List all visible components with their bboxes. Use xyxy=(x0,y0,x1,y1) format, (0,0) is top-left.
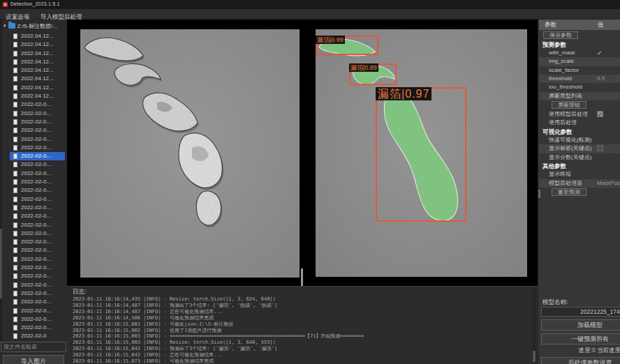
tree-item-label: 2022-02-0... xyxy=(21,213,51,219)
param-row[interactable]: threshold0.5 xyxy=(539,75,620,83)
tree-item[interactable]: 2022-02-0... xyxy=(0,144,65,152)
original-micrograph-image xyxy=(80,29,300,278)
tree-item[interactable]: 2022-02-0... xyxy=(0,169,65,178)
param-row[interactable]: img_scale xyxy=(539,57,620,66)
tree-item[interactable]: 2022.04.12... xyxy=(0,84,65,92)
param-row[interactable]: 显示分数(关键点) xyxy=(539,153,620,162)
tree-item[interactable]: 2022-02-0... xyxy=(0,315,65,324)
window-title: Detection_2023.1.5.1 xyxy=(10,1,60,6)
tree-item[interactable]: 2022.04.12... xyxy=(0,32,65,40)
tree-item-label: 2022-02-0... xyxy=(21,238,51,245)
tree-item[interactable]: 2022-02-0... xyxy=(0,160,65,169)
tree-item[interactable]: 2022-02-0... xyxy=(0,118,65,126)
param-column-header: 参数 xyxy=(545,20,556,30)
param-row[interactable]: with_mask✓ xyxy=(539,49,620,57)
param-row[interactable]: 显示终端 xyxy=(539,170,620,179)
tree-item[interactable]: 2022-02-0... xyxy=(0,126,65,135)
tree-item-label: 2022-02-0... xyxy=(21,273,51,279)
tree-item-label: 2022.04.12... xyxy=(21,50,54,56)
tree-item[interactable]: 2022-02-0... xyxy=(0,195,65,204)
tree-item[interactable]: 2022-02-0... xyxy=(0,246,65,255)
tree-item[interactable]: 2022.04.12... xyxy=(0,75,65,83)
tree-item[interactable]: 2022-02-0... xyxy=(0,204,65,212)
param-label: 模型后处理器 xyxy=(549,179,582,188)
param-button[interactable]: 屏蔽按钮 xyxy=(552,101,586,109)
tree-item[interactable]: 2022-02-0... xyxy=(0,264,65,272)
file-icon xyxy=(13,102,17,107)
param-row[interactable]: 快速可视化(检测) xyxy=(539,136,620,144)
tree-item-label: 2022.04.12... xyxy=(21,67,54,73)
tree-item[interactable]: 2022.04.12... xyxy=(0,92,65,100)
tree-item[interactable]: 2022-02-0... xyxy=(0,298,65,306)
tree-item[interactable]: 2022-02-0... xyxy=(0,212,65,220)
tree-item[interactable]: 2022.04.12... xyxy=(0,58,65,66)
splitter-handle[interactable] xyxy=(301,268,303,286)
title-bar: Detection_2023.1.5.1 xyxy=(0,0,620,9)
folder-icon xyxy=(8,23,15,29)
detection-label: 漏箔|0.99 xyxy=(316,36,345,44)
param-checkbox[interactable] xyxy=(597,145,603,151)
tree-item[interactable]: 2022-02-0... xyxy=(0,281,65,289)
tree-item[interactable]: 2022-02-0... xyxy=(0,307,65,315)
tree-item-label: 2022-02-0 xyxy=(21,333,46,339)
chevron-down-icon: ▾ xyxy=(3,23,6,29)
file-icon xyxy=(13,119,17,125)
tree-item[interactable]: 2022-02-0... xyxy=(0,229,65,238)
tree-item[interactable]: 2022-02-0... xyxy=(0,178,65,186)
menu-bar: 设置选项导入模型后处理 xyxy=(0,9,620,20)
tree-root-folder[interactable]: ▾Z:/5-标注数据/... xyxy=(3,22,57,31)
original-image-viewer[interactable] xyxy=(80,29,300,278)
file-icon xyxy=(13,325,17,331)
param-row[interactable]: 屏蔽类型列表 xyxy=(539,92,620,100)
param-button[interactable]: 保存参数 xyxy=(543,31,578,39)
param-checkbox[interactable]: ✓ xyxy=(597,111,603,117)
file-icon xyxy=(13,51,17,56)
tree-item[interactable]: 2022-02-0 xyxy=(0,332,65,340)
postprocess-settings-button[interactable]: 后处理参数设置 xyxy=(541,357,620,364)
file-icon xyxy=(13,248,17,253)
tree-item[interactable]: 2022.04.12... xyxy=(0,50,65,58)
tree-item[interactable]: 2022-02-0... xyxy=(0,324,65,332)
file-icon xyxy=(13,68,17,73)
file-icon xyxy=(13,317,17,322)
tree-item[interactable]: 2022-02-0... xyxy=(0,186,65,195)
param-row[interactable]: scale_factor xyxy=(539,66,620,75)
tree-item[interactable]: 2022-02-0... xyxy=(0,135,65,144)
tree-item[interactable]: 2022.04.12... xyxy=(0,40,65,49)
predict-all-button[interactable]: 一键预测所有 xyxy=(541,333,620,344)
log-line: 2023-01-11 16:16:14,487 |INFO| - 正在可视化预测… xyxy=(73,309,526,315)
param-section-title: 预测参数 xyxy=(539,40,620,49)
log-scrollbar[interactable] xyxy=(532,288,536,363)
tree-item[interactable]: 2022-02-0... xyxy=(0,221,65,229)
tree-item[interactable]: 2022-02-0... xyxy=(0,100,65,109)
log-scrollbar-thumb[interactable] xyxy=(533,351,536,362)
tree-item[interactable]: 2022-02-0... xyxy=(0,272,65,280)
prediction-image-viewer[interactable]: 漏箔|0.99漏箔|0.89漏箔|0.97 xyxy=(316,29,527,277)
param-button[interactable]: 重新预测 xyxy=(552,188,586,196)
file-icon xyxy=(13,231,17,236)
tree-item[interactable]: 2022.04.12... xyxy=(0,66,65,75)
param-row[interactable]: iou_threshold xyxy=(539,83,620,91)
param-row[interactable]: 模型后处理器MaskPostPro xyxy=(539,179,620,188)
tree-item-label: 2022-02-0... xyxy=(21,110,51,116)
panel-splitter[interactable] xyxy=(300,20,316,286)
param-label: with_mask xyxy=(549,49,575,57)
param-row[interactable]: 使用模型后处理✓ xyxy=(539,110,620,119)
tree-item[interactable]: 2022-02-0... xyxy=(0,255,65,264)
filename-search-input[interactable]: 按文件名检索 xyxy=(1,342,66,352)
tree-item[interactable]: 2022-02-0... xyxy=(0,238,65,246)
param-row[interactable]: 使用后处理 xyxy=(539,119,620,127)
file-icon xyxy=(13,85,17,91)
tree-item[interactable]: 2022-02-0... xyxy=(10,152,65,160)
param-button-row: 保存参数 xyxy=(539,31,620,40)
tree-item[interactable]: 2022-02-0... xyxy=(0,109,65,118)
import-image-button[interactable]: 导入图片 xyxy=(3,355,64,364)
tree-item[interactable]: 2022-02-0... xyxy=(0,289,65,298)
file-icon xyxy=(13,308,17,314)
param-row[interactable]: 显示标签(关键点) xyxy=(539,144,620,153)
model-name-field[interactable]: 20221225_174813 xyxy=(541,307,620,317)
load-model-button[interactable]: 加载模型 xyxy=(541,319,620,331)
tree-item-label: 2022-02-0... xyxy=(21,144,51,151)
param-rows: 保存参数预测参数with_mask✓img_scalescale_factort… xyxy=(539,31,620,197)
detection-label: 漏箔|0.89 xyxy=(349,63,378,72)
